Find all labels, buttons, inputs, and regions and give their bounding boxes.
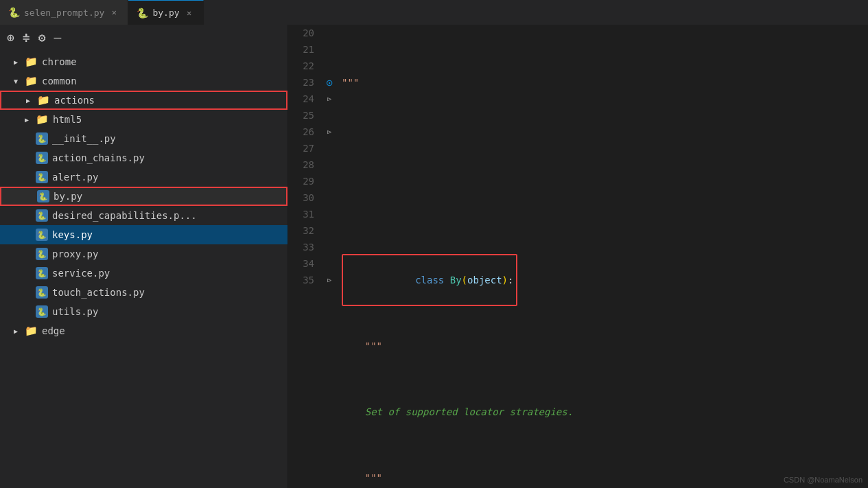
ln-33: 33	[299, 239, 314, 255]
settings-icon[interactable]: ⚙	[37, 29, 47, 46]
tree-item-init[interactable]: ▶ 🐍 __init__.py	[0, 129, 288, 148]
gutter-35: ⊳	[322, 272, 336, 288]
tree-item-actions[interactable]: ▶ 📁 actions	[0, 91, 288, 110]
py-icon-proxy: 🐍	[36, 248, 48, 260]
tree-label-proxy: proxy.py	[52, 248, 98, 259]
chevron-html5: ▶	[25, 116, 33, 124]
gutter-34	[322, 255, 336, 272]
tab-bypy[interactable]: 🐍 by.py ✕	[128, 0, 203, 25]
ln-35: 35	[299, 272, 314, 288]
ln-32: 32	[299, 222, 314, 239]
code-line-21	[342, 140, 863, 156]
tree-item-desired-cap[interactable]: ▶ 🐍 desired_capabilities.p...	[0, 206, 288, 225]
tab-bypy-label: by.py	[152, 8, 179, 18]
tree-label-keys: keys.py	[52, 229, 93, 240]
tree-item-bypy[interactable]: ▶ 🐍 by.py	[0, 187, 288, 206]
tree-label-service: service.py	[52, 268, 110, 279]
py-icon-service: 🐍	[36, 267, 48, 279]
tree-label-html5: html5	[53, 114, 82, 125]
code-line-20: """	[342, 74, 863, 91]
ln-31: 31	[299, 206, 314, 222]
tree-item-chrome[interactable]: ▶ 📁 chrome	[0, 52, 288, 71]
tab-bypy-icon: 🐍	[137, 8, 148, 19]
gutter-23: ⊙	[322, 74, 336, 91]
line-numbers: 20 21 22 23 24 25 26 27 28 29 30 31 32 3…	[288, 25, 322, 488]
tree-item-keys[interactable]: ▶ 🐍 keys.py	[0, 225, 288, 244]
tab-selen-close[interactable]: ✕	[108, 7, 119, 18]
ln-21: 21	[299, 41, 314, 58]
gutter-31	[322, 206, 336, 222]
tree-label-actions: actions	[54, 95, 95, 106]
ln-25: 25	[299, 107, 314, 124]
tree-item-service[interactable]: ▶ 🐍 service.py	[0, 264, 288, 283]
editor-panel: 20 21 22 23 24 25 26 27 28 29 30 31 32 3…	[288, 25, 868, 488]
gutter-24: ⊳	[322, 91, 336, 107]
gutter: ⊙ ⊳ ⊳ ⊳	[322, 25, 336, 488]
ln-34: 34	[299, 255, 314, 272]
gutter-20	[322, 25, 336, 41]
sort-icon[interactable]: ≑	[21, 29, 32, 46]
ln-20: 20	[299, 25, 314, 41]
tab-bypy-close[interactable]: ✕	[184, 8, 195, 19]
code-text-26: """	[365, 469, 382, 486]
fold-arrow-35: ⊳	[327, 276, 332, 285]
sidebar-toolbar: ⊕ ≑ ⚙ —	[0, 25, 288, 49]
code-line-22	[342, 206, 863, 222]
gutter-28	[322, 156, 336, 173]
tree-label-edge: edge	[42, 325, 65, 336]
fold-arrow-24: ⊳	[327, 95, 332, 104]
tree-item-touch-actions[interactable]: ▶ 🐍 touch_actions.py	[0, 283, 288, 302]
indent-26	[342, 469, 365, 486]
gutter-30	[322, 189, 336, 206]
tree-item-html5[interactable]: ▶ 📁 html5	[0, 110, 288, 129]
colon-23: :	[508, 275, 513, 286]
collapse-icon[interactable]: —	[53, 29, 63, 46]
py-icon-init: 🐍	[36, 132, 48, 145]
ln-27: 27	[299, 140, 314, 156]
py-icon-bypy: 🐍	[37, 190, 49, 202]
file-tree: ▶ 📁 chrome ▼ 📁 common ▶ 📁 actions ▶ 📁 ht…	[0, 49, 288, 488]
keyword-class: class	[415, 275, 450, 286]
tree-item-alert[interactable]: ▶ 🐍 alert.py	[0, 167, 288, 187]
fold-arrow-26: ⊳	[327, 128, 332, 137]
py-icon-action-chains: 🐍	[36, 152, 48, 164]
py-icon-touch-actions: 🐍	[36, 286, 48, 299]
class-name-by: By	[450, 275, 462, 286]
folder-icon-html5: 📁	[36, 113, 49, 126]
tree-item-action-chains[interactable]: ▶ 🐍 action_chains.py	[0, 148, 288, 167]
folder-icon-chrome: 📁	[25, 56, 38, 68]
code-line-24: """	[342, 338, 863, 354]
main-content: ⊕ ≑ ⚙ — ▶ 📁 chrome ▼ 📁 common ▶ 📁 acti	[0, 25, 868, 488]
debug-icon-23: ⊙	[326, 76, 333, 89]
tree-item-proxy[interactable]: ▶ 🐍 proxy.py	[0, 244, 288, 264]
paren-close: )	[502, 275, 508, 286]
code-line-23: class By(object):	[342, 272, 863, 288]
gutter-32	[322, 222, 336, 239]
chevron-actions: ▶	[26, 97, 34, 104]
code-text-24: """	[365, 338, 382, 354]
chevron-chrome: ▶	[14, 58, 22, 66]
code-text-20: """	[342, 74, 359, 91]
tree-label-action-chains: action_chains.py	[52, 152, 145, 163]
ln-30: 30	[299, 189, 314, 206]
gutter-26: ⊳	[322, 124, 336, 140]
ln-22: 22	[299, 58, 314, 74]
code-line-25: Set of supported locator strategies.	[342, 404, 863, 420]
tree-label-desired-cap: desired_capabilities.p...	[52, 210, 197, 221]
chevron-common: ▼	[14, 78, 22, 85]
folder-icon-actions: 📁	[37, 94, 50, 106]
folder-icon-common: 📁	[25, 75, 38, 87]
tree-item-common[interactable]: ▼ 📁 common	[0, 71, 288, 91]
code-area[interactable]: 20 21 22 23 24 25 26 27 28 29 30 31 32 3…	[288, 25, 868, 488]
tab-selen-label: selen_prompt.py	[24, 8, 104, 18]
class-def-highlight: class By(object):	[342, 254, 517, 306]
paren-open: (	[462, 275, 467, 286]
tree-item-edge[interactable]: ▶ 📁 edge	[0, 321, 288, 340]
gutter-29	[322, 173, 336, 189]
tree-label-common: common	[42, 75, 77, 86]
code-content[interactable]: """ class By(object): """	[336, 25, 868, 488]
add-icon[interactable]: ⊕	[5, 29, 16, 46]
tree-item-utils[interactable]: ▶ 🐍 utils.py	[0, 302, 288, 321]
sidebar: ⊕ ≑ ⚙ — ▶ 📁 chrome ▼ 📁 common ▶ 📁 acti	[0, 25, 288, 488]
tab-selen-prompt[interactable]: 🐍 selen_prompt.py ✕	[0, 0, 128, 25]
